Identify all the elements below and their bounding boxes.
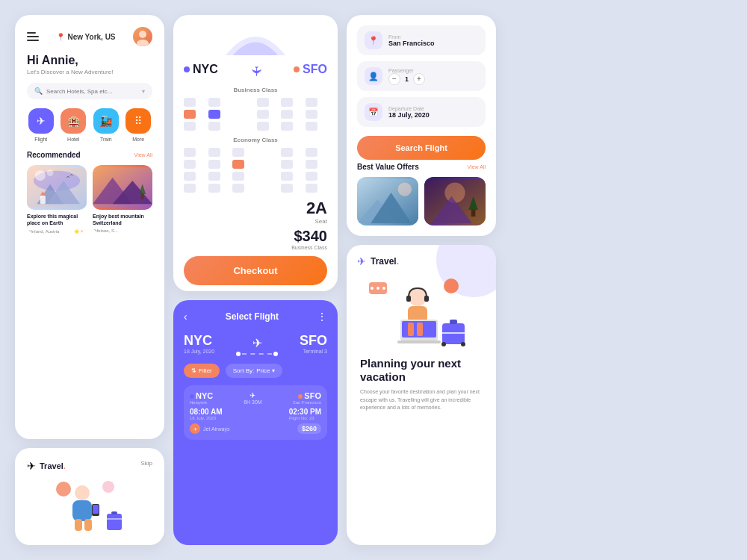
back-button[interactable]: ‹ bbox=[184, 311, 187, 323]
arrive-time: 02:30 PM bbox=[289, 408, 321, 416]
skip-button[interactable]: Skip bbox=[140, 460, 152, 467]
depart-info: 08:00 AM 18 July, 2020 bbox=[190, 408, 223, 420]
menu-icon[interactable] bbox=[27, 32, 39, 41]
more-options-icon[interactable]: ⋮ bbox=[317, 311, 327, 323]
flight-dest: SFO San Francisco bbox=[293, 391, 321, 405]
eseat-3a[interactable] bbox=[184, 172, 196, 181]
departure-value: 18 July, 2020 bbox=[388, 111, 478, 119]
seat-1e[interactable] bbox=[306, 110, 317, 119]
eseat-3c[interactable] bbox=[232, 172, 244, 181]
from-field[interactable]: 📍 From San Francisco bbox=[357, 25, 486, 55]
seat-a5[interactable] bbox=[306, 98, 317, 107]
svg-rect-23 bbox=[107, 514, 122, 530]
recommended-item-2[interactable]: Enjoy best mountain Switzerland Rifelsee… bbox=[93, 165, 152, 234]
seat-2a[interactable] bbox=[208, 110, 220, 119]
category-flight[interactable]: ✈ Flight bbox=[27, 108, 55, 142]
search-bar[interactable]: 🔍 ▾ bbox=[27, 83, 152, 99]
calendar-field-icon: 📅 bbox=[365, 103, 382, 121]
passenger-label: Passenger bbox=[388, 68, 478, 73]
column-2: NYC ✈ SFO Business Class bbox=[173, 15, 338, 545]
recommended-header: Recommended View All bbox=[27, 151, 152, 159]
seat-a1[interactable] bbox=[184, 98, 196, 107]
seat-aisle3 bbox=[232, 122, 244, 131]
svg-point-53 bbox=[441, 342, 446, 346]
origin-indicator bbox=[190, 394, 194, 399]
eseat-2c[interactable] bbox=[232, 160, 244, 169]
passenger-field-icon: 👤 bbox=[365, 67, 382, 85]
greeting-title: Hi Annie, bbox=[27, 54, 152, 67]
recommended-viewall[interactable]: View All bbox=[134, 152, 152, 158]
location-tag: 📍 New York, US bbox=[56, 33, 115, 41]
eseat-2e[interactable] bbox=[306, 160, 317, 169]
avatar[interactable] bbox=[133, 27, 152, 46]
eseat-aisle3 bbox=[257, 172, 269, 181]
depart-date: 18 July, 2020 bbox=[190, 416, 223, 420]
from-label: From bbox=[388, 34, 478, 40]
seat-2[interactable] bbox=[184, 122, 196, 131]
svg-rect-14 bbox=[141, 194, 144, 199]
eseat-2b[interactable] bbox=[208, 160, 220, 169]
pin-icon: 📍 bbox=[56, 33, 65, 41]
eseat-1a[interactable] bbox=[184, 148, 196, 157]
category-train[interactable]: 🚂 Train bbox=[92, 108, 120, 142]
seat-1c[interactable] bbox=[257, 110, 269, 119]
flight-list-item-1[interactable]: NYC Newyork ✈ 6H 30M SFO San Francisco bbox=[184, 385, 327, 440]
eseat-4e[interactable] bbox=[306, 184, 317, 193]
filter-button[interactable]: ⇅ Filter bbox=[184, 364, 220, 378]
increase-passenger-button[interactable]: + bbox=[413, 73, 425, 85]
seat-a4[interactable] bbox=[281, 98, 293, 107]
eseat-1c[interactable] bbox=[232, 148, 244, 157]
eseat-4b[interactable] bbox=[208, 184, 220, 193]
seat-2e[interactable] bbox=[306, 122, 317, 131]
category-hotel[interactable]: 🏨 Hotel bbox=[60, 108, 88, 142]
svg-point-15 bbox=[56, 482, 71, 497]
eseat-1e[interactable] bbox=[306, 148, 317, 157]
decrease-passenger-button[interactable]: − bbox=[388, 73, 400, 85]
rec-title-2: Enjoy best mountain Switzerland bbox=[93, 213, 152, 226]
eseat-2a[interactable] bbox=[184, 160, 196, 169]
eseat-1b[interactable] bbox=[208, 148, 220, 157]
eseat-3d[interactable] bbox=[281, 172, 293, 181]
svg-rect-6 bbox=[40, 196, 46, 205]
flight-times: 08:00 AM 18 July, 2020 02:30 PM Flight N… bbox=[190, 408, 321, 420]
filter-bar: ⇅ Filter Sort By: Price ▾ bbox=[184, 364, 327, 378]
offer-image-1[interactable] bbox=[357, 177, 418, 225]
airline-row: ✈ Jet Airways bbox=[190, 423, 229, 434]
offers-viewall[interactable]: View All bbox=[468, 164, 486, 169]
search-input[interactable] bbox=[46, 88, 138, 95]
departure-field[interactable]: 📅 Departure Date 18 July, 2020 bbox=[357, 97, 486, 127]
eseat-2d[interactable] bbox=[281, 160, 293, 169]
origin-city: NYC bbox=[184, 333, 214, 349]
eseat-3b[interactable] bbox=[208, 172, 220, 181]
offer-image-2[interactable] bbox=[424, 177, 486, 225]
seat-2b[interactable] bbox=[208, 122, 220, 131]
origin-info: NYC 18 July, 2020 bbox=[184, 333, 214, 354]
eseat-3e[interactable] bbox=[306, 172, 317, 181]
rec-location-1: Winland, Austria bbox=[27, 229, 59, 234]
recommended-item-1[interactable]: Explore this magical place on Earth Winl… bbox=[27, 165, 87, 234]
search-flight-button[interactable]: Search Flight bbox=[357, 136, 486, 160]
origin-code: NYC bbox=[193, 63, 218, 76]
svg-point-29 bbox=[398, 182, 412, 196]
category-more[interactable]: ⠿ More bbox=[125, 108, 153, 142]
seat-1-selected[interactable] bbox=[184, 110, 196, 119]
passenger-field[interactable]: 👤 Passenger − 1 + bbox=[357, 61, 486, 91]
eseat-4c[interactable] bbox=[232, 184, 244, 193]
seat-1d[interactable] bbox=[281, 110, 293, 119]
eseat-4a[interactable] bbox=[184, 184, 196, 193]
eseat-4d[interactable] bbox=[281, 184, 293, 193]
sort-button[interactable]: Sort By: Price ▾ bbox=[226, 364, 283, 378]
seat-a3[interactable] bbox=[257, 98, 269, 107]
seat-2c[interactable] bbox=[257, 122, 269, 131]
promo-text: Planning your next vacation Choose your … bbox=[357, 357, 486, 412]
flight-dest-code: SFO bbox=[293, 391, 321, 400]
svg-point-9 bbox=[47, 169, 54, 176]
rec-image-1 bbox=[27, 165, 87, 210]
seat-2d[interactable] bbox=[281, 122, 293, 131]
eseat-1d[interactable] bbox=[281, 148, 293, 157]
airline-logo: ✈ bbox=[190, 423, 200, 434]
seat-a2[interactable] bbox=[208, 98, 220, 107]
checkout-button[interactable]: Checkout bbox=[184, 256, 327, 285]
svg-rect-18 bbox=[72, 500, 92, 521]
rec-meta-1: Winland, Austria ⭐ 4.5 bbox=[27, 228, 87, 234]
